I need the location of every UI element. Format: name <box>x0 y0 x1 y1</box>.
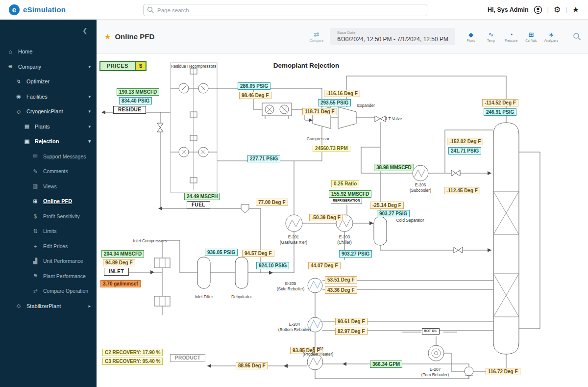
header-controls: ⇄ Compare Base Date 6/30/2024, 12:50 PM … <box>309 28 581 45</box>
sidebar-collapse-button[interactable]: ❮ <box>0 20 97 44</box>
plant-building-icon: ◇ <box>15 108 22 115</box>
temp-icon: ∿ <box>489 31 494 38</box>
sidebar-item-plants[interactable]: ▦Plants▾ <box>0 119 97 134</box>
chevron-down-icon: ▾ <box>88 64 91 69</box>
toolbar-pressure-button[interactable]: ◔Pressure <box>504 31 518 42</box>
equipment-label-e-203: E-203 (Chiller) <box>337 234 352 245</box>
search-input[interactable] <box>143 4 427 16</box>
sidebar-item-facilities[interactable]: ◉Facilities▾ <box>0 89 97 104</box>
sidebar-item-home[interactable]: ⌂Home <box>0 44 97 59</box>
toolbar-flows-button[interactable]: ◆Flows <box>464 31 478 42</box>
cal-vals-icon: ⊞ <box>529 31 534 38</box>
profit-sensitivity-icon: $ <box>32 213 39 219</box>
sidebar-item-views[interactable]: ▥Views <box>0 179 97 194</box>
sidebar-item-optimizer[interactable]: ↯Optimizer <box>0 74 97 89</box>
sidebar-item-company[interactable]: ⊕Company▾ <box>0 59 97 75</box>
equipment-label-cold-separator: Cold Separator <box>396 218 424 223</box>
pfd-value-press: 834.40 PSIG <box>119 97 152 104</box>
pfd-value-temp: 44.07 Deg F <box>308 262 341 269</box>
equipment-label-inlet-filter: Inlet Filter <box>195 294 213 300</box>
pfd-value-press: 293.55 PSIG <box>318 99 351 106</box>
sidebar-item-label: Rejection <box>35 138 59 144</box>
sidebar-item-limits[interactable]: ⇅Limits <box>0 224 97 239</box>
pfd-value-temp: 43.36 Deg F <box>325 286 357 294</box>
pfd-value-temp: 116.72 Deg F <box>486 368 520 375</box>
compare-icon: ⇄ <box>314 31 319 38</box>
equipment-label-inlet-compressors: Inlet Compressors <box>133 238 167 244</box>
toolbar-cal-vals-button[interactable]: ⊞Cal Vals <box>524 31 538 42</box>
base-date-picker[interactable]: Base Date 6/30/2024, 12:50 PM - 7/1/2024… <box>330 28 455 45</box>
prices-button[interactable]: PRICES $ <box>99 61 147 71</box>
equipment-label-e-202: E-202 (Product Heater) <box>303 346 334 357</box>
settings-gear-icon[interactable]: ⚙ <box>554 6 561 14</box>
sidebar-item-unit-performance[interactable]: ▟Unit Performance <box>0 254 97 269</box>
sidebar-item-label: Views <box>43 183 57 189</box>
main-content: ★ Online PFD ⇄ Compare Base Date 6/30/20… <box>97 20 588 387</box>
plants-icon: ▦ <box>24 123 30 129</box>
flows-icon: ◆ <box>468 31 473 38</box>
app-logo[interactable]: e eSimulation <box>0 4 74 15</box>
sidebar-item-label: Profit Sensitivity <box>43 213 80 219</box>
support-messages-icon: ✉ <box>32 153 39 159</box>
stream-box-hot-oil: HOT OIL <box>422 328 440 335</box>
base-date-value: 6/30/2024, 12:50 PM - 7/1/2024, 12:50 PM <box>337 36 448 43</box>
sidebar-nav: ⌂Home⊕Company▾↯Optimizer◉Facilities▾◇Cry… <box>0 44 97 313</box>
toolbar-button-label: Temp <box>487 39 495 42</box>
sidebar-item-online-pfd[interactable]: ⊞Online PFD <box>0 194 97 209</box>
user-avatar-icon[interactable] <box>534 5 542 14</box>
pfd-diagram: Demoplant Rejection PRICES $ 190.13 MMSC… <box>97 54 588 387</box>
pfd-value-flow: 155.92 MMSCFD <box>329 190 371 198</box>
page-header: ★ Online PFD ⇄ Compare Base Date 6/30/20… <box>97 20 588 54</box>
pfd-value-press: 246.91 PSIG <box>484 108 516 116</box>
sidebar-item-label: Company <box>18 64 41 70</box>
sidebar-item-support-messages[interactable]: ✉Support Messages <box>0 149 97 164</box>
pfd-value-temp: 88.95 Deg F <box>236 362 268 369</box>
toolbar-analyzers-button[interactable]: ∗Analyzers <box>544 31 558 42</box>
sidebar-item-label: Support Messages <box>43 154 86 159</box>
sidebar-item-label: Facilities <box>26 94 48 100</box>
sidebar-item-profit-sensitivity[interactable]: $Profit Sensitivity <box>0 209 97 224</box>
app-name: eSimulation <box>23 5 66 14</box>
pfd-value-temp: 118.71 Deg F <box>302 108 337 115</box>
equipment-label-compressor: Compressor <box>307 136 329 142</box>
search-box <box>143 4 427 16</box>
limits-icon: ⇅ <box>32 228 39 234</box>
stream-box-refrigeration: REFRIGERATION <box>331 198 362 204</box>
compare-label: Compare <box>309 39 323 42</box>
equipment-label-e-204: E-204 (Bottom Reboiler) <box>278 322 311 332</box>
pfd-value-temp: -114.52 Deg F <box>482 99 518 106</box>
pfd-value-temp: 94.89 Deg F <box>103 259 135 266</box>
pfd-value-press: 286.05 PSIG <box>238 82 270 90</box>
sidebar-item-cryogenicplant[interactable]: ◇CryogenicPlant▾ <box>0 104 97 119</box>
pressure-icon: ◔ <box>509 31 513 38</box>
views-icon: ▥ <box>32 183 39 189</box>
sidebar-item-label: Comments <box>43 168 68 174</box>
pfd-value-misc: 0.25 Ratio <box>331 180 359 187</box>
favorites-star-icon[interactable]: ★ <box>572 6 579 14</box>
pfd-value-press: 227.71 PSIG <box>247 155 280 162</box>
optimizer-icon: ↯ <box>15 78 22 85</box>
sidebar-item-stabilizerplant[interactable]: ◇StabilizerPlant▸ <box>0 299 97 314</box>
chevron-down-icon: ▾ <box>88 124 91 129</box>
search-icon <box>147 6 154 14</box>
compare-button[interactable]: ⇄ Compare <box>309 31 323 42</box>
zoom-search-icon[interactable] <box>573 32 581 41</box>
topbar-right: Hi, Sys Admin | ⚙ | ★ <box>488 5 588 14</box>
toolbar-temp-button[interactable]: ∿Temp <box>484 31 498 42</box>
sidebar-item-label: Online PFD <box>43 198 72 204</box>
sidebar-item-plant-performance[interactable]: ⚑Plant Performance <box>0 269 97 284</box>
sidebar-item-rejection[interactable]: ▣Rejection▾ <box>0 134 97 149</box>
equipment-label-j-t-valve: J-T Valve <box>385 116 402 122</box>
toolbar-button-label: Pressure <box>505 39 517 42</box>
sidebar-item-label: Optimizer <box>26 78 49 84</box>
sidebar-item-compare-operation[interactable]: ⇄Compare Operation <box>0 284 97 299</box>
chevron-down-icon: ▾ <box>88 109 91 114</box>
pfd-value-misc: C3 RECOVERY: 95.40 % <box>102 358 163 365</box>
pfd-value-temp: -50.39 Deg F <box>309 214 343 221</box>
page-favorite-star-icon[interactable]: ★ <box>104 32 111 41</box>
sidebar-item-comments[interactable]: ✎Comments <box>0 164 97 179</box>
sidebar-item-edit-prices[interactable]: +Edit Prices <box>0 239 97 254</box>
pfd-value-temp: -152.02 Deg F <box>447 138 483 145</box>
sidebar-item-label: Home <box>18 49 32 54</box>
equipment-label-e-205: E-205 (Side Reboiler) <box>277 281 305 291</box>
